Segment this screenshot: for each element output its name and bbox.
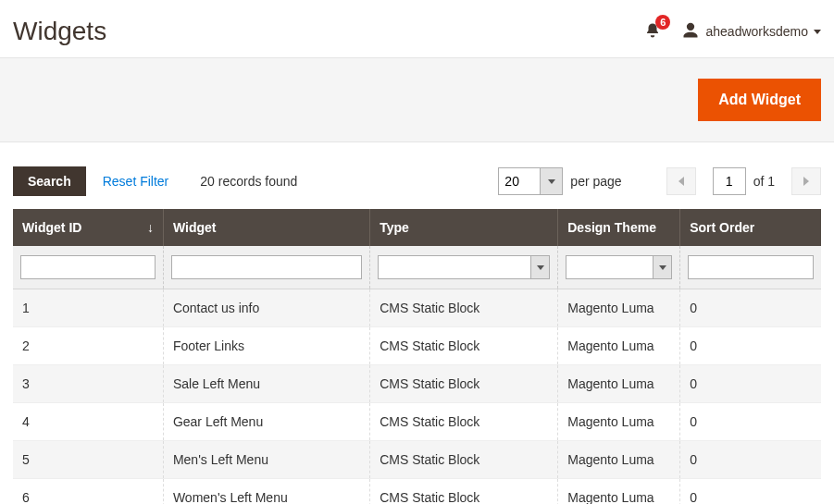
bell-icon [644, 28, 661, 43]
cell-sort: 0 [680, 441, 821, 479]
cell-type: CMS Static Block [370, 441, 558, 479]
cell-id: 6 [13, 479, 163, 505]
chevron-down-icon[interactable] [540, 168, 562, 194]
user-name: aheadworksdemo [705, 24, 808, 39]
prev-page-button[interactable] [666, 167, 696, 195]
cell-id: 3 [13, 365, 163, 403]
chevron-down-icon [653, 256, 671, 278]
cell-sort: 0 [680, 327, 821, 365]
column-header-widget-id[interactable]: Widget ID ↓ [13, 209, 163, 246]
cell-theme: Magento Luma [558, 403, 680, 441]
cell-sort: 0 [680, 289, 821, 327]
filter-type-select[interactable] [378, 255, 550, 279]
page-title: Widgets [13, 17, 106, 46]
notification-badge: 6 [655, 15, 670, 30]
cell-theme: Magento Luma [558, 441, 680, 479]
search-button[interactable]: Search [13, 166, 86, 196]
cell-widget: Men's Left Menu [163, 441, 369, 479]
grid-toolbar: Search Reset Filter 20 records found per… [0, 142, 834, 209]
reset-filter-link[interactable]: Reset Filter [103, 174, 169, 189]
table-row[interactable]: 6Women's Left MenuCMS Static BlockMagent… [13, 479, 821, 505]
chevron-left-icon [678, 177, 684, 186]
column-header-type[interactable]: Type [370, 209, 558, 246]
sort-descending-icon: ↓ [147, 220, 154, 235]
page-of-label: of 1 [753, 174, 775, 189]
per-page-label: per page [570, 174, 621, 189]
action-bar: Add Widget [0, 57, 834, 142]
widgets-table: Widget ID ↓ Widget Type Design Theme Sor… [13, 209, 821, 504]
cell-theme: Magento Luma [558, 289, 680, 327]
filter-widget-input[interactable] [171, 255, 362, 279]
current-page-input[interactable] [713, 167, 746, 195]
cell-id: 2 [13, 327, 163, 365]
filter-row [13, 246, 821, 289]
records-found-label: 20 records found [200, 174, 297, 189]
avatar-icon [681, 21, 700, 43]
table-row[interactable]: 2Footer LinksCMS Static BlockMagento Lum… [13, 327, 821, 365]
cell-sort: 0 [680, 403, 821, 441]
add-widget-button[interactable]: Add Widget [698, 79, 821, 121]
cell-id: 4 [13, 403, 163, 441]
cell-theme: Magento Luma [558, 479, 680, 505]
filter-widget-id-input[interactable] [20, 255, 156, 279]
cell-widget: Contact us info [163, 289, 369, 327]
table-row[interactable]: 3Sale Left MenuCMS Static BlockMagento L… [13, 365, 821, 403]
table-row[interactable]: 5Men's Left MenuCMS Static BlockMagento … [13, 441, 821, 479]
filter-design-theme-select[interactable] [566, 255, 672, 279]
cell-type: CMS Static Block [370, 289, 558, 327]
chevron-right-icon [803, 177, 809, 186]
cell-theme: Magento Luma [558, 327, 680, 365]
cell-widget: Gear Left Menu [163, 403, 369, 441]
cell-widget: Sale Left Menu [163, 365, 369, 403]
cell-type: CMS Static Block [370, 365, 558, 403]
chevron-down-icon [814, 30, 821, 34]
column-header-design-theme[interactable]: Design Theme [558, 209, 680, 246]
cell-sort: 0 [680, 365, 821, 403]
cell-id: 1 [13, 289, 163, 327]
cell-type: CMS Static Block [370, 403, 558, 441]
page-size-input[interactable] [499, 168, 540, 194]
cell-id: 5 [13, 441, 163, 479]
cell-theme: Magento Luma [558, 365, 680, 403]
column-header-sort-order[interactable]: Sort Order [680, 209, 821, 246]
user-menu[interactable]: aheadworksdemo [681, 21, 821, 43]
cell-sort: 0 [680, 479, 821, 505]
notifications-button[interactable]: 6 [644, 21, 661, 43]
cell-widget: Footer Links [163, 327, 369, 365]
page-size-select[interactable] [498, 167, 563, 195]
cell-type: CMS Static Block [370, 327, 558, 365]
page-header: Widgets 6 aheadworksdemo [0, 0, 834, 57]
column-header-widget[interactable]: Widget [163, 209, 369, 246]
table-row[interactable]: 4Gear Left MenuCMS Static BlockMagento L… [13, 403, 821, 441]
table-row[interactable]: 1Contact us infoCMS Static BlockMagento … [13, 289, 821, 327]
next-page-button[interactable] [791, 167, 821, 195]
cell-type: CMS Static Block [370, 479, 558, 505]
chevron-down-icon [530, 256, 549, 278]
filter-sort-order-input[interactable] [688, 255, 814, 279]
cell-widget: Women's Left Menu [163, 479, 369, 505]
